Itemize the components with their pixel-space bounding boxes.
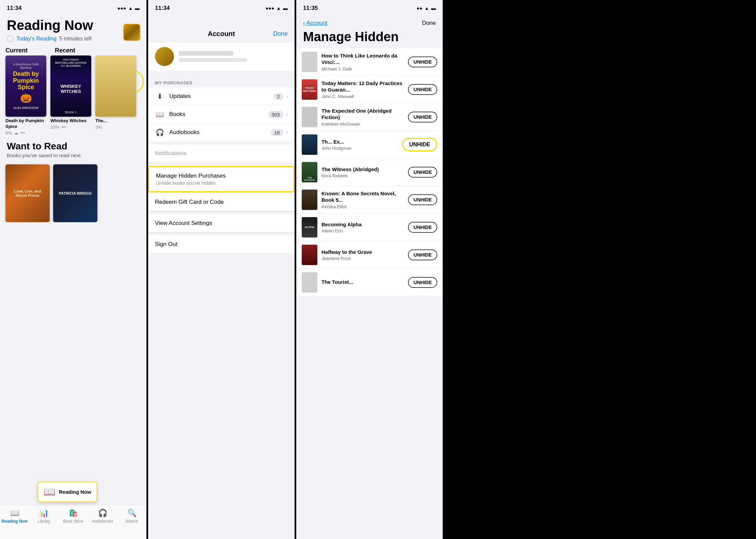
book-item-third[interactable]: The... 3% [95, 55, 136, 135]
battery-icon: ▬ [135, 5, 140, 11]
account-modal: Account Done MY PURCHASES ⬇ Updates 2 › [148, 24, 295, 539]
hidden-book-item: The Expected One (Abridged Fiction) Kath… [296, 103, 443, 131]
status-time-3: 11:35 [303, 5, 318, 12]
purchases-section-label: MY PURCHASES [148, 76, 295, 87]
nav-reading-now[interactable]: 📖 Reading Now [0, 509, 29, 524]
redeem-item[interactable]: Redeem Gift Card or Code [148, 193, 295, 211]
panel-reading-now: 11:34 ●●● ▲ ▬ Reading Now Today's Readin… [0, 0, 146, 539]
hb-info-9: The Tourist... [321, 279, 404, 286]
book-progress-whiskey: 20% ••• [50, 125, 91, 130]
account-profile[interactable] [148, 42, 295, 71]
nav-label-audiobooks: Audiobooks [92, 519, 113, 524]
book-progress-third: 3% [95, 125, 136, 130]
hidden-books-list: How to Think Like Leonardo da Vinci:... … [296, 48, 443, 296]
nav-search[interactable]: 🔍 Search [117, 509, 146, 524]
status-icons-2: ●●● ▲ ▬ [266, 5, 288, 11]
hb-cover-7: ALPHA [302, 217, 317, 238]
signal-icon-2: ●●● [266, 5, 274, 11]
unhide-button-9[interactable]: UNHIDE [408, 277, 437, 288]
more-icon[interactable]: ••• [20, 130, 25, 135]
nav-icon-library: 📊 [40, 509, 49, 518]
wifi-icon: ▲ [128, 5, 133, 11]
hb-cover-9 [302, 272, 317, 293]
hidden-book-item: TODAY MATTERS Today Matters: 12 Daily Pr… [296, 76, 443, 103]
updates-badge: 2 [273, 93, 283, 100]
hb-author-2: John C. Maxwell [321, 94, 404, 99]
want-cover-2: PATRICIA BRIGGS [53, 164, 97, 222]
time-left: 5 minutes left [59, 36, 92, 42]
hb-title-7: Becoming Alpha [321, 221, 404, 228]
page-title: Reading Now [7, 18, 140, 33]
view-account-item[interactable]: View Account Settings [148, 214, 295, 232]
book-cover-third [95, 55, 136, 117]
hb-title-2: Today Matters: 12 Daily Practices to Gua… [321, 80, 404, 93]
hidden-book-item: The Tourist... UNHIDE [296, 269, 443, 296]
profile-info [179, 51, 288, 62]
hb-cover-4 [302, 134, 317, 155]
book-series: A Bookstore Cafe Mystery [8, 63, 44, 69]
notifications-item[interactable]: Notifications [148, 145, 295, 163]
unhide-button-6[interactable]: UNHIDE [408, 194, 437, 205]
unhide-button-highlighted[interactable]: UNHIDE [402, 138, 437, 151]
hb-cover-8 [302, 245, 317, 265]
want-book-2[interactable]: PATRICIA BRIGGS [53, 164, 97, 222]
nav-library[interactable]: 📊 Library [29, 509, 59, 524]
todays-reading-link[interactable]: Today's Reading [16, 36, 57, 42]
hb-title-1: How to Think Like Leonardo da Vinci:... [321, 52, 404, 66]
hb-info-4: Th... Ex... John Hodgman [321, 138, 398, 151]
nav-icon-reading: 📖 [10, 509, 19, 518]
updates-chevron: › [286, 93, 288, 99]
unhide-button-3[interactable]: UNHIDE [408, 112, 437, 122]
current-label: Current [5, 47, 28, 54]
books-icon: 📖 [155, 110, 164, 118]
audiobooks-chevron: › [286, 129, 288, 135]
menu-audiobooks[interactable]: 🎧 Audiobooks 18 › [148, 124, 295, 141]
big-divider-4 [148, 212, 295, 214]
hidden-book-item: How to Think Like Leonardo da Vinci:... … [296, 48, 443, 76]
unhide-button-7[interactable]: UNHIDE [408, 222, 437, 233]
want-books-row: Love, Lies, and Hocus Pocus PATRICIA BRI… [0, 161, 146, 222]
hb-author-4: John Hodgman [321, 146, 398, 151]
hb-author-7: Aileen Erin [321, 228, 404, 233]
back-button[interactable]: ‹ Account [303, 20, 327, 27]
reading-now-label: Reading Now [59, 489, 91, 495]
book-title-label: Death by Pumpkin Spice [5, 118, 46, 130]
menu-updates[interactable]: ⬇ Updates 2 › [148, 87, 295, 105]
menu-books[interactable]: 📖 Books 303 › [148, 105, 295, 124]
hb-author-3: Kathleen McGowan [321, 121, 404, 127]
audiobooks-badge: 18 [271, 129, 283, 136]
redeem-label: Redeem Gift Card or Code [155, 199, 288, 206]
unhide-button-2[interactable]: UNHIDE [408, 84, 437, 95]
bottom-nav-1: 📖 Reading Now 📊 Library 🛍️ Book Store 🎧 … [0, 505, 146, 539]
unhide-button-5[interactable]: UNHIDE [408, 167, 437, 178]
modal-done-button[interactable]: Done [273, 30, 288, 37]
sign-out-item[interactable]: Sign Out [148, 235, 295, 254]
want-to-read-subtitle: Books you've saved to read next. [7, 152, 140, 158]
book-item-pumpkin[interactable]: A Bookstore Cafe Mystery Death by Pumpki… [5, 55, 46, 135]
books-badge: 303 [268, 111, 283, 118]
want-book-1[interactable]: Love, Lies, and Hocus Pocus [5, 164, 50, 222]
avatar[interactable] [123, 24, 140, 41]
reading-goal: Today's Reading 5 minutes left [7, 35, 140, 42]
want-to-read-section: Want to Read Books you've saved to read … [0, 135, 146, 161]
unhide-button-1[interactable]: UNHIDE [408, 56, 437, 67]
p3-done-button[interactable]: Done [422, 20, 436, 27]
hb-author-5: Nora Roberts [321, 173, 404, 178]
hb-title-4: Th... Ex... [321, 138, 398, 145]
audiobooks-icon: 🎧 [155, 128, 164, 136]
nav-audiobooks[interactable]: 🎧 Audiobooks [88, 509, 117, 524]
nav-label-reading: Reading Now [2, 519, 28, 524]
book-item-whiskey[interactable]: USA TODAY BESTSELLING AUTHORF.J. BLOODIN… [50, 55, 91, 135]
manage-hidden-item[interactable]: Manage Hidden Purchases Unhide books you… [148, 166, 295, 192]
more-icon-whiskey[interactable]: ••• [61, 125, 66, 130]
book-title-whiskey: Whiskey Witches [50, 118, 91, 124]
book-title-text: Death by Pumpkin Spice [8, 71, 44, 91]
unhide-button-8[interactable]: UNHIDE [408, 249, 437, 260]
reading-now-tooltip[interactable]: 📖 Reading Now [37, 481, 97, 502]
hb-info-8: Halfway to the Grave Jeaniene Frost [321, 249, 404, 261]
books-chevron: › [286, 111, 288, 117]
hidden-book-item: THE WITNESS The Witness (Abridged) Nora … [296, 159, 443, 186]
panel-account: 11:34 ●●● ▲ ▬ Account Done MY PURCHASES [148, 0, 295, 539]
nav-bookstore[interactable]: 🛍️ Book Store [59, 509, 88, 524]
nav-icon-search: 🔍 [127, 509, 137, 518]
